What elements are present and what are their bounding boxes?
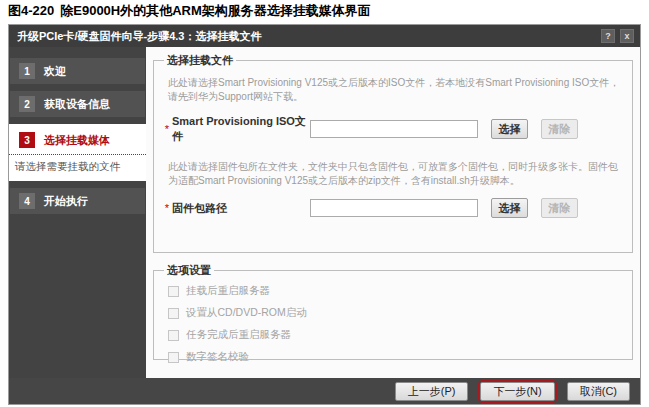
wizard-dialog: 升级PCIe卡/硬盘固件向导-步骤4.3：选择挂载文件 ? x 1 欢迎 2 获… — [8, 24, 641, 405]
iso-file-input[interactable] — [310, 120, 478, 138]
checkbox-row-boot-from-cdrom: 设置从CD/DVD-ROM启动 — [162, 302, 624, 324]
dialog-title: 升级PCIe卡/硬盘固件向导-步骤4.3：选择挂载文件 — [17, 29, 596, 44]
boot-from-cdrom-checkbox — [168, 308, 179, 319]
content-panel: 选择挂载文件 此处请选择Smart Provisioning V125或之后版本… — [146, 47, 640, 378]
firmware-path-input[interactable] — [310, 199, 478, 217]
active-step-subtitle: 请选择需要挂载的文件 — [9, 155, 146, 181]
dialog-body: 1 欢迎 2 获取设备信息 3 选择挂载媒体 请选择需要挂载的文件 4 开始执行 — [9, 47, 640, 378]
iso-select-button[interactable]: 选择 — [491, 119, 528, 139]
select-mount-file-group: 选择挂载文件 此处请选择Smart Provisioning V125或之后版本… — [153, 53, 633, 253]
step-item-device-info[interactable]: 2 获取设备信息 — [10, 91, 145, 117]
wizard-steps-sidebar: 1 欢迎 2 获取设备信息 3 选择挂载媒体 请选择需要挂载的文件 4 开始执行 — [9, 47, 146, 378]
option-settings-group-title: 选项设置 — [164, 263, 214, 278]
figure-number: 图4-220 — [8, 3, 54, 18]
required-asterisk: * — [162, 123, 172, 135]
cancel-button[interactable]: 取消(C) — [567, 382, 630, 401]
signature-verify-checkbox — [168, 352, 179, 363]
firmware-field-row: * 固件包路径 选择 清除 — [162, 198, 624, 218]
step-item-select-media-active[interactable]: 3 选择挂载媒体 请选择需要挂载的文件 — [9, 124, 146, 181]
select-mount-file-group-title: 选择挂载文件 — [164, 53, 236, 68]
figure-title: 除E9000H外的其他ARM架构服务器选择挂载媒体界面 — [60, 3, 371, 18]
step-label: 欢迎 — [44, 64, 66, 79]
checkbox-row-restart-after-mount: 挂载后重启服务器 — [162, 280, 624, 302]
iso-description: 此处请选择Smart Provisioning V125或之后版本的ISO文件，… — [162, 70, 624, 108]
iso-field-label: Smart Provisioning ISO文件 — [172, 114, 310, 144]
option-settings-group: 选项设置 挂载后重启服务器 设置从CD/DVD-ROM启动 任务完成后重启服务器… — [153, 263, 633, 360]
step-number-badge: 2 — [19, 96, 35, 112]
close-icon[interactable]: x — [620, 29, 634, 43]
checkbox-label: 设置从CD/DVD-ROM启动 — [186, 306, 307, 320]
active-step-header: 3 选择挂载媒体 — [9, 130, 146, 155]
step-item-execute[interactable]: 4 开始执行 — [10, 188, 145, 214]
step-number-badge: 1 — [19, 63, 35, 79]
checkbox-label: 挂载后重启服务器 — [186, 284, 270, 298]
iso-clear-button: 清除 — [541, 119, 578, 139]
help-icon[interactable]: ? — [601, 29, 615, 43]
next-step-button[interactable]: 下一步(N) — [480, 382, 554, 401]
checkbox-label: 数字签名校验 — [186, 350, 249, 364]
iso-field-row: * Smart Provisioning ISO文件 选择 清除 — [162, 114, 624, 144]
dialog-titlebar: 升级PCIe卡/硬盘固件向导-步骤4.3：选择挂载文件 ? x — [9, 25, 640, 47]
firmware-select-button[interactable]: 选择 — [491, 198, 528, 218]
firmware-clear-button: 清除 — [541, 198, 578, 218]
figure-caption: 图4-220除E9000H外的其他ARM架构服务器选择挂载媒体界面 — [8, 2, 371, 20]
step-number-badge: 4 — [19, 193, 35, 209]
checkbox-row-signature-verify: 数字签名校验 — [162, 346, 624, 368]
previous-step-button[interactable]: 上一步(P) — [395, 382, 469, 401]
step-label: 获取设备信息 — [44, 97, 110, 112]
step-item-welcome[interactable]: 1 欢迎 — [10, 58, 145, 84]
checkbox-row-restart-after-task: 任务完成后重启服务器 — [162, 324, 624, 346]
restart-after-mount-checkbox — [168, 286, 179, 297]
step-label: 开始执行 — [44, 194, 88, 209]
step-number-badge: 3 — [19, 132, 35, 148]
firmware-path-label: 固件包路径 — [172, 201, 310, 216]
dialog-footer: 上一步(P) 下一步(N) 取消(C) — [9, 378, 640, 404]
checkbox-label: 任务完成后重启服务器 — [186, 328, 291, 342]
step-label: 选择挂载媒体 — [44, 133, 110, 148]
firmware-description: 此处请选择固件包所在文件夹，文件夹中只包含固件包，可放置多个固件包，同时升级多张… — [162, 154, 624, 192]
restart-after-task-checkbox — [168, 330, 179, 341]
required-asterisk: * — [162, 202, 172, 214]
